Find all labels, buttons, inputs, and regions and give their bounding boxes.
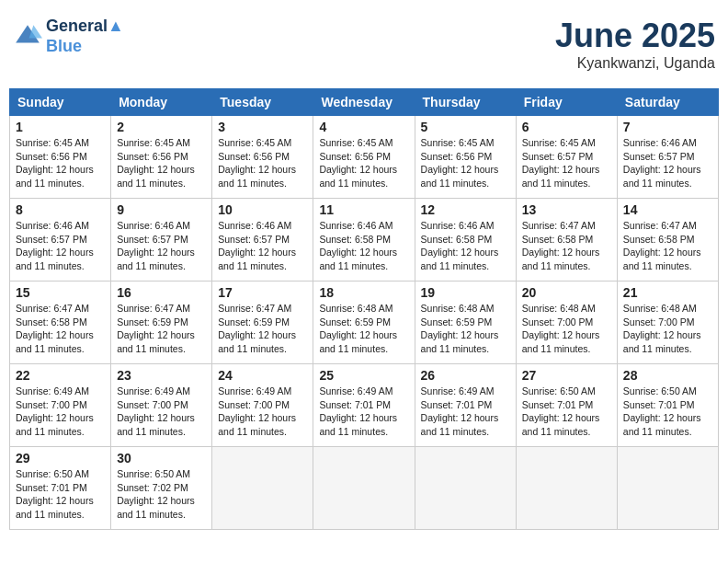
day-number: 7 — [623, 120, 712, 134]
logo: General▲ Blue — [13, 17, 124, 56]
column-header-friday: Friday — [516, 89, 617, 116]
column-header-saturday: Saturday — [617, 89, 718, 116]
day-number: 15 — [16, 285, 105, 300]
day-cell-2: 2Sunrise: 6:45 AMSunset: 6:56 PMDaylight… — [111, 116, 212, 199]
cell-info: Sunrise: 6:45 AMSunset: 6:56 PMDaylight:… — [218, 136, 307, 190]
calendar-week-5: 29Sunrise: 6:50 AMSunset: 7:01 PMDayligh… — [10, 447, 719, 530]
cell-info: Sunrise: 6:46 AMSunset: 6:58 PMDaylight:… — [421, 219, 510, 273]
month-title: June 2025 — [555, 17, 715, 55]
day-number: 14 — [623, 202, 712, 217]
logo-icon — [13, 22, 42, 52]
day-number: 4 — [319, 120, 408, 134]
cell-info: Sunrise: 6:45 AMSunset: 6:56 PMDaylight:… — [421, 136, 510, 190]
day-cell-19: 19Sunrise: 6:48 AMSunset: 6:59 PMDayligh… — [415, 282, 516, 364]
day-cell-23: 23Sunrise: 6:49 AMSunset: 7:00 PMDayligh… — [111, 364, 212, 447]
day-cell-10: 10Sunrise: 6:46 AMSunset: 6:57 PMDayligh… — [212, 199, 313, 282]
day-cell-12: 12Sunrise: 6:46 AMSunset: 6:58 PMDayligh… — [415, 199, 516, 282]
day-number: 20 — [522, 285, 611, 300]
cell-info: Sunrise: 6:46 AMSunset: 6:57 PMDaylight:… — [16, 219, 105, 273]
day-cell-22: 22Sunrise: 6:49 AMSunset: 7:00 PMDayligh… — [10, 364, 111, 447]
day-number: 23 — [117, 368, 206, 383]
empty-cell — [516, 447, 617, 530]
day-cell-1: 1Sunrise: 6:45 AMSunset: 6:56 PMDaylight… — [10, 116, 111, 199]
cell-info: Sunrise: 6:48 AMSunset: 6:59 PMDaylight:… — [421, 302, 510, 356]
day-cell-16: 16Sunrise: 6:47 AMSunset: 6:59 PMDayligh… — [111, 282, 212, 364]
day-cell-13: 13Sunrise: 6:47 AMSunset: 6:58 PMDayligh… — [516, 199, 617, 282]
day-cell-26: 26Sunrise: 6:49 AMSunset: 7:01 PMDayligh… — [415, 364, 516, 447]
column-header-monday: Monday — [111, 89, 212, 116]
cell-info: Sunrise: 6:45 AMSunset: 6:57 PMDaylight:… — [522, 136, 611, 190]
day-number: 16 — [117, 285, 206, 300]
column-header-thursday: Thursday — [415, 89, 516, 116]
cell-info: Sunrise: 6:45 AMSunset: 6:56 PMDaylight:… — [16, 136, 105, 190]
cell-info: Sunrise: 6:45 AMSunset: 6:56 PMDaylight:… — [117, 136, 206, 190]
day-number: 18 — [319, 285, 408, 300]
day-cell-14: 14Sunrise: 6:47 AMSunset: 6:58 PMDayligh… — [617, 199, 718, 282]
page-header: General▲ Blue June 2025 Kyankwanzi, Ugan… — [9, 9, 719, 79]
day-cell-21: 21Sunrise: 6:48 AMSunset: 7:00 PMDayligh… — [617, 282, 718, 364]
cell-info: Sunrise: 6:46 AMSunset: 6:58 PMDaylight:… — [319, 219, 408, 273]
calendar-week-3: 15Sunrise: 6:47 AMSunset: 6:58 PMDayligh… — [10, 282, 719, 364]
day-cell-28: 28Sunrise: 6:50 AMSunset: 7:01 PMDayligh… — [617, 364, 718, 447]
title-area: June 2025 Kyankwanzi, Uganda — [555, 17, 715, 72]
day-number: 1 — [16, 120, 105, 134]
day-cell-3: 3Sunrise: 6:45 AMSunset: 6:56 PMDaylight… — [212, 116, 313, 199]
cell-info: Sunrise: 6:50 AMSunset: 7:01 PMDaylight:… — [522, 385, 611, 439]
empty-cell — [313, 447, 415, 530]
day-number: 24 — [218, 368, 307, 383]
day-cell-30: 30Sunrise: 6:50 AMSunset: 7:02 PMDayligh… — [111, 447, 212, 530]
cell-info: Sunrise: 6:47 AMSunset: 6:58 PMDaylight:… — [522, 219, 611, 273]
day-number: 5 — [421, 120, 510, 134]
day-number: 30 — [117, 451, 206, 465]
day-cell-8: 8Sunrise: 6:46 AMSunset: 6:57 PMDaylight… — [10, 199, 111, 282]
day-cell-5: 5Sunrise: 6:45 AMSunset: 6:56 PMDaylight… — [415, 116, 516, 199]
day-cell-4: 4Sunrise: 6:45 AMSunset: 6:56 PMDaylight… — [313, 116, 415, 199]
cell-info: Sunrise: 6:48 AMSunset: 6:59 PMDaylight:… — [319, 302, 408, 356]
day-number: 27 — [522, 368, 611, 383]
day-cell-11: 11Sunrise: 6:46 AMSunset: 6:58 PMDayligh… — [313, 199, 415, 282]
day-cell-20: 20Sunrise: 6:48 AMSunset: 7:00 PMDayligh… — [516, 282, 617, 364]
day-number: 13 — [522, 202, 611, 217]
cell-info: Sunrise: 6:50 AMSunset: 7:01 PMDaylight:… — [623, 385, 712, 439]
cell-info: Sunrise: 6:48 AMSunset: 7:00 PMDaylight:… — [522, 302, 611, 356]
logo-text: General▲ Blue — [46, 17, 124, 56]
day-number: 6 — [522, 120, 611, 134]
day-cell-6: 6Sunrise: 6:45 AMSunset: 6:57 PMDaylight… — [516, 116, 617, 199]
day-cell-29: 29Sunrise: 6:50 AMSunset: 7:01 PMDayligh… — [10, 447, 111, 530]
day-number: 12 — [421, 202, 510, 217]
day-number: 11 — [319, 202, 408, 217]
column-header-sunday: Sunday — [10, 89, 111, 116]
day-number: 26 — [421, 368, 510, 383]
calendar-header-row: SundayMondayTuesdayWednesdayThursdayFrid… — [10, 89, 719, 116]
cell-info: Sunrise: 6:49 AMSunset: 7:00 PMDaylight:… — [16, 385, 105, 439]
day-cell-24: 24Sunrise: 6:49 AMSunset: 7:00 PMDayligh… — [212, 364, 313, 447]
cell-info: Sunrise: 6:50 AMSunset: 7:01 PMDaylight:… — [16, 467, 105, 522]
day-cell-15: 15Sunrise: 6:47 AMSunset: 6:58 PMDayligh… — [10, 282, 111, 364]
day-cell-18: 18Sunrise: 6:48 AMSunset: 6:59 PMDayligh… — [313, 282, 415, 364]
day-number: 28 — [623, 368, 712, 383]
day-cell-7: 7Sunrise: 6:46 AMSunset: 6:57 PMDaylight… — [617, 116, 718, 199]
cell-info: Sunrise: 6:50 AMSunset: 7:02 PMDaylight:… — [117, 467, 206, 522]
empty-cell — [212, 447, 313, 530]
column-header-tuesday: Tuesday — [212, 89, 313, 116]
column-header-wednesday: Wednesday — [313, 89, 415, 116]
day-number: 8 — [16, 202, 105, 217]
day-number: 3 — [218, 120, 307, 134]
cell-info: Sunrise: 6:49 AMSunset: 7:01 PMDaylight:… — [319, 385, 408, 439]
cell-info: Sunrise: 6:49 AMSunset: 7:00 PMDaylight:… — [218, 385, 307, 439]
cell-info: Sunrise: 6:45 AMSunset: 6:56 PMDaylight:… — [319, 136, 408, 190]
cell-info: Sunrise: 6:46 AMSunset: 6:57 PMDaylight:… — [623, 136, 712, 190]
day-number: 19 — [421, 285, 510, 300]
cell-info: Sunrise: 6:49 AMSunset: 7:01 PMDaylight:… — [421, 385, 510, 439]
calendar-table: SundayMondayTuesdayWednesdayThursdayFrid… — [9, 88, 719, 530]
day-cell-25: 25Sunrise: 6:49 AMSunset: 7:01 PMDayligh… — [313, 364, 415, 447]
empty-cell — [617, 447, 718, 530]
day-number: 2 — [117, 120, 206, 134]
cell-info: Sunrise: 6:46 AMSunset: 6:57 PMDaylight:… — [218, 219, 307, 273]
cell-info: Sunrise: 6:47 AMSunset: 6:59 PMDaylight:… — [218, 302, 307, 356]
cell-info: Sunrise: 6:49 AMSunset: 7:00 PMDaylight:… — [117, 385, 206, 439]
cell-info: Sunrise: 6:46 AMSunset: 6:57 PMDaylight:… — [117, 219, 206, 273]
calendar-week-2: 8Sunrise: 6:46 AMSunset: 6:57 PMDaylight… — [10, 199, 719, 282]
day-number: 17 — [218, 285, 307, 300]
day-number: 10 — [218, 202, 307, 217]
